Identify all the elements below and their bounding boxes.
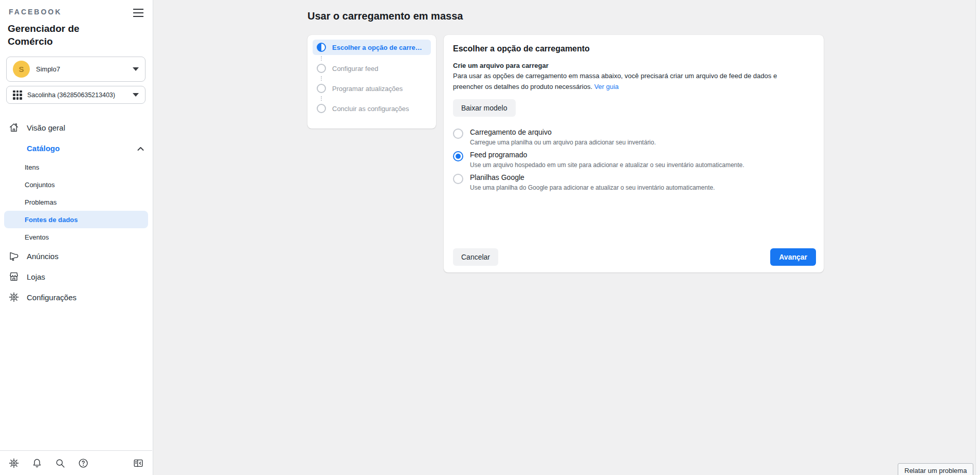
wizard-stepper: Escolher a opção de carre… Configurar fe…: [307, 35, 436, 129]
sidebar-item-label: Lojas: [27, 272, 45, 281]
home-icon: [8, 122, 20, 133]
business-selector[interactable]: S Simplo7: [6, 57, 146, 82]
radio-checked-icon[interactable]: [453, 151, 463, 161]
sub-item-label: Eventos: [25, 233, 49, 241]
option-description: Carregue uma planilha ou um arquivo para…: [470, 139, 656, 146]
sidebar-item-overview[interactable]: Visão geral: [0, 117, 152, 138]
sidebar-item-eventos[interactable]: Eventos: [0, 228, 152, 246]
sidebar-item-label: Configurações: [27, 293, 77, 302]
stepper-step-choose-option[interactable]: Escolher a opção de carre…: [313, 40, 431, 55]
option-label: Feed programado: [470, 151, 745, 159]
sidebar: FACEBOOK Gerenciador de Comércio S Simpl…: [0, 0, 153, 475]
sidebar-nav: Visão geral Catálogo Itens Conjuntos Pro…: [0, 117, 152, 307]
step-label: Configurar feed: [332, 65, 378, 72]
collapse-sidebar-icon[interactable]: [133, 458, 144, 469]
option-scheduled-feed[interactable]: Feed programado Use um arquivo hospedado…: [453, 151, 814, 169]
catalog-selector[interactable]: Sacolinha (362850635213403): [6, 86, 146, 104]
vertical-scrollbar[interactable]: [975, 0, 980, 475]
next-button[interactable]: Avançar: [770, 248, 816, 266]
sidebar-item-shops[interactable]: Lojas: [0, 266, 152, 287]
radio-unchecked-icon[interactable]: [453, 129, 463, 139]
step-connector: [321, 56, 322, 61]
option-description: Use uma planilha do Google para adiciona…: [470, 184, 715, 191]
sidebar-item-conjuntos[interactable]: Conjuntos: [0, 176, 152, 193]
step-circle-icon: [317, 104, 326, 113]
megaphone-icon: [8, 250, 20, 262]
step-progress-icon: [317, 43, 326, 52]
business-selector-label: Simplo7: [36, 65, 60, 73]
sub-item-label: Problemas: [25, 198, 57, 206]
business-avatar: S: [13, 61, 30, 78]
option-label: Carregamento de arquivo: [470, 128, 656, 136]
step-connector: [321, 96, 322, 101]
help-icon[interactable]: [78, 458, 89, 469]
settings-icon[interactable]: [8, 458, 20, 469]
app-title: Gerenciador de Comércio: [8, 23, 103, 48]
step-connector: [321, 76, 322, 81]
search-icon[interactable]: [55, 458, 66, 469]
sidebar-item-settings[interactable]: Configurações: [0, 287, 152, 307]
step-label: Escolher a opção de carre…: [332, 44, 422, 51]
panel-title: Escolher a opção de carregamento: [453, 44, 814, 53]
sidebar-bottom-toolbar: [0, 450, 152, 475]
sidebar-item-problemas[interactable]: Problemas: [0, 193, 152, 211]
gear-icon: [8, 291, 20, 303]
step-label: Concluir as configurações: [332, 105, 409, 113]
sidebar-item-catalog[interactable]: Catálogo: [0, 138, 152, 158]
radio-unchecked-icon[interactable]: [453, 174, 463, 184]
sub-item-label: Fontes de dados: [25, 216, 78, 224]
cancel-button[interactable]: Cancelar: [453, 248, 498, 266]
sidebar-item-label: Anúncios: [27, 252, 59, 261]
facebook-logo: FACEBOOK: [9, 8, 62, 16]
panel-subtitle: Crie um arquivo para carregar: [453, 62, 814, 69]
upload-options-group: Carregamento de arquivo Carregue uma pla…: [453, 128, 814, 191]
sidebar-item-ads[interactable]: Anúncios: [0, 246, 152, 266]
page-title: Usar o carregamento em massa: [307, 10, 463, 22]
step-circle-icon: [317, 64, 326, 73]
hamburger-menu-icon[interactable]: [133, 9, 143, 20]
option-description: Use um arquivo hospedado em um site para…: [470, 161, 745, 169]
panel-footer: Cancelar Avançar: [453, 248, 816, 266]
step-circle-icon: [317, 84, 326, 93]
caret-down-icon: [133, 67, 139, 71]
grid-icon: [8, 142, 20, 154]
report-problem-button[interactable]: Relatar um problema: [898, 463, 973, 475]
caret-down-icon: [133, 93, 139, 97]
notifications-icon[interactable]: [31, 458, 43, 469]
stepper-step-schedule-updates: Programar atualizações: [313, 82, 431, 95]
step-label: Programar atualizações: [332, 85, 403, 93]
upload-option-panel: Escolher a opção de carregamento Crie um…: [444, 35, 824, 272]
option-file-upload[interactable]: Carregamento de arquivo Carregue uma pla…: [453, 128, 814, 146]
chevron-up-icon: [137, 144, 144, 153]
sidebar-item-itens[interactable]: Itens: [0, 158, 152, 176]
storefront-icon: [8, 271, 20, 282]
option-label: Planilhas Google: [470, 173, 715, 181]
option-google-sheets[interactable]: Planilhas Google Use uma planilha do Goo…: [453, 173, 814, 191]
sub-item-label: Itens: [25, 163, 39, 171]
stepper-step-configure-feed: Configurar feed: [313, 62, 431, 75]
sidebar-item-label: Catálogo: [27, 144, 60, 153]
sub-item-label: Conjuntos: [25, 181, 55, 189]
sidebar-item-fontes-de-dados[interactable]: Fontes de dados: [4, 211, 148, 228]
stepper-step-complete-settings: Concluir as configurações: [313, 102, 431, 115]
panel-description: Para usar as opções de carregamento em m…: [453, 71, 805, 93]
grid-icon: [13, 90, 22, 100]
view-guide-link[interactable]: Ver guia: [594, 83, 619, 90]
download-template-button[interactable]: Baixar modelo: [453, 99, 516, 117]
sidebar-item-label: Visão geral: [27, 123, 65, 132]
catalog-selector-label: Sacolinha (362850635213403): [27, 92, 115, 99]
